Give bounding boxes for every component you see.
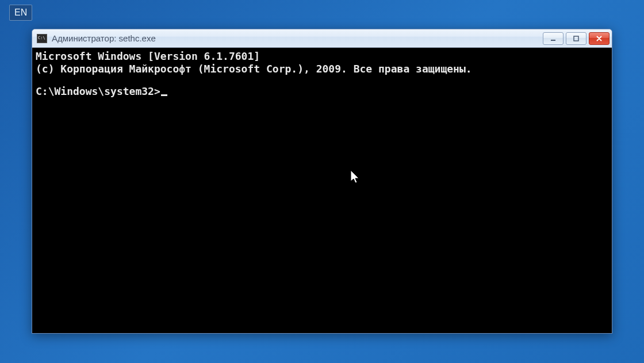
cmd-icon-text: C:\ [38, 36, 45, 40]
console-area[interactable]: Microsoft Windows [Version 6.1.7601] (c)… [32, 48, 612, 333]
window-title: Администратор: sethc.exe [52, 33, 543, 43]
console-prompt: C:\Windows\system32> [36, 85, 160, 97]
minimize-icon [550, 35, 557, 42]
maximize-icon [573, 35, 580, 42]
titlebar[interactable]: C:\ Администратор: sethc.exe [32, 29, 612, 48]
svg-rect-0 [551, 40, 555, 41]
cursor-icon [161, 94, 167, 96]
minimize-button[interactable] [543, 32, 564, 45]
cmd-icon: C:\ [37, 34, 47, 43]
console-line-copyright: (c) Корпорация Майкрософт (Microsoft Cor… [36, 63, 608, 75]
window-controls [543, 32, 610, 45]
language-indicator-label: EN [14, 7, 27, 17]
close-icon [596, 35, 603, 42]
maximize-button[interactable] [566, 32, 586, 45]
mouse-cursor-icon [350, 170, 362, 186]
console-line-version: Microsoft Windows [Version 6.1.7601] [36, 50, 608, 63]
cmd-window: C:\ Администратор: sethc.exe Microsoft W… [32, 29, 612, 334]
svg-rect-1 [574, 36, 578, 41]
console-prompt-line: C:\Windows\system32> [36, 85, 608, 98]
close-button[interactable] [589, 32, 610, 45]
language-indicator[interactable]: EN [9, 5, 32, 21]
